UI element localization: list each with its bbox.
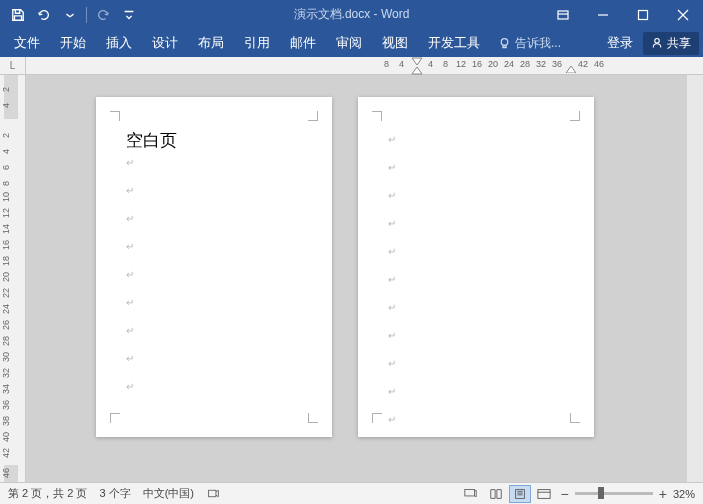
print-layout-button[interactable]	[509, 485, 531, 503]
paragraph-mark: ↵	[388, 129, 564, 157]
page-indicator[interactable]: 第 2 页，共 2 页	[8, 486, 87, 501]
paragraph-mark: ↵	[126, 292, 302, 320]
crop-mark	[308, 111, 318, 121]
crop-mark	[570, 111, 580, 121]
svg-rect-7	[537, 489, 549, 498]
save-button[interactable]	[6, 3, 30, 27]
ribbon-tabs: 文件 开始 插入 设计 布局 引用 邮件 审阅 视图 开发工具 告诉我... 登…	[0, 29, 703, 57]
main-area: 2 4 2 4 6 8 10 12 14 16 18 20 22 24 26 2…	[0, 75, 703, 482]
paragraph-mark: ↵	[388, 157, 564, 185]
right-indent-marker[interactable]	[566, 65, 576, 73]
display-settings-icon[interactable]	[463, 486, 479, 502]
tab-file[interactable]: 文件	[4, 29, 50, 57]
tab-references[interactable]: 引用	[234, 29, 280, 57]
crop-mark	[372, 413, 382, 423]
tab-home[interactable]: 开始	[50, 29, 96, 57]
paragraph-mark: ↵	[388, 269, 564, 297]
zoom-thumb[interactable]	[598, 487, 604, 499]
status-right: − + 32%	[463, 485, 695, 503]
page-content[interactable]: ↵↵↵↵↵↵↵↵↵↵↵	[388, 129, 564, 437]
ruler-ticks: 8 4 4 8 12 16 20 24 28 32 36 42 46	[26, 57, 703, 74]
svg-rect-5	[465, 489, 475, 496]
window-controls	[543, 0, 703, 29]
paragraph-mark: ↵	[126, 152, 302, 180]
share-button[interactable]: 共享	[643, 32, 699, 55]
zoom-level[interactable]: 32%	[673, 488, 695, 500]
paragraph-mark: ↵	[126, 208, 302, 236]
undo-button[interactable]	[32, 3, 56, 27]
svg-rect-4	[209, 490, 216, 497]
page-content[interactable]: 空白页 ↵↵↵↵↵↵↵↵↵	[126, 129, 302, 404]
paragraph-mark: ↵	[126, 180, 302, 208]
share-label: 共享	[667, 35, 691, 52]
maximize-button[interactable]	[623, 0, 663, 29]
qat-customize-button[interactable]	[117, 3, 141, 27]
tab-review[interactable]: 审阅	[326, 29, 372, 57]
paragraph-mark: ↵	[388, 353, 564, 381]
undo-menu-button[interactable]	[58, 3, 82, 27]
ruler-margin-top	[4, 75, 18, 119]
quick-access-toolbar	[0, 3, 141, 27]
paragraph-mark: ↵	[126, 348, 302, 376]
svg-rect-0	[558, 11, 568, 19]
zoom-slider: − +	[561, 486, 667, 502]
qat-separator	[86, 7, 87, 23]
svg-point-2	[501, 38, 508, 45]
redo-button[interactable]	[91, 3, 115, 27]
paragraph-mark: ↵	[126, 320, 302, 348]
language-indicator[interactable]: 中文(中国)	[143, 486, 194, 501]
first-line-indent-marker[interactable]	[411, 57, 423, 75]
crop-mark	[308, 413, 318, 423]
zoom-track[interactable]	[575, 492, 653, 495]
paragraph-mark: ↵	[126, 236, 302, 264]
vertical-ruler[interactable]: 2 4 2 4 6 8 10 12 14 16 18 20 22 24 26 2…	[0, 75, 26, 482]
scrollbar-thumb[interactable]	[689, 89, 701, 309]
crop-mark	[110, 413, 120, 423]
macro-recording-icon[interactable]	[206, 486, 222, 502]
zoom-out-button[interactable]: −	[561, 486, 569, 502]
word-count[interactable]: 3 个字	[99, 486, 130, 501]
close-button[interactable]	[663, 0, 703, 29]
lightbulb-icon	[498, 37, 511, 50]
title-bar: 演示文档.docx - Word	[0, 0, 703, 29]
crop-mark	[372, 111, 382, 121]
view-buttons	[485, 485, 555, 503]
paragraph-mark: ↵	[388, 241, 564, 269]
document-canvas[interactable]: 空白页 ↵↵↵↵↵↵↵↵↵ ↵↵↵↵↵↵↵↵↵↵↵	[26, 75, 703, 482]
tell-me-label: 告诉我...	[515, 35, 561, 52]
tab-design[interactable]: 设计	[142, 29, 188, 57]
crop-mark	[110, 111, 120, 121]
svg-rect-1	[639, 10, 648, 19]
tab-insert[interactable]: 插入	[96, 29, 142, 57]
svg-point-3	[655, 39, 660, 44]
read-mode-button[interactable]	[485, 485, 507, 503]
page-1[interactable]: 空白页 ↵↵↵↵↵↵↵↵↵	[96, 97, 332, 437]
paragraph-mark: ↵	[388, 185, 564, 213]
page-text: 空白页	[126, 129, 302, 152]
tell-me-search[interactable]: 告诉我...	[490, 35, 569, 52]
tab-view[interactable]: 视图	[372, 29, 418, 57]
paragraph-mark: ↵	[388, 297, 564, 325]
signin-button[interactable]: 登录	[597, 29, 643, 57]
paragraph-mark: ↵	[388, 325, 564, 353]
tab-selector[interactable]: L	[0, 57, 26, 74]
paragraph-mark: ↵	[126, 264, 302, 292]
paragraph-mark: ↵	[388, 409, 564, 437]
tab-layout[interactable]: 布局	[188, 29, 234, 57]
tab-mailings[interactable]: 邮件	[280, 29, 326, 57]
paragraph-mark: ↵	[388, 213, 564, 241]
minimize-button[interactable]	[583, 0, 623, 29]
horizontal-ruler[interactable]: L 8 4 4 8 12 16 20 24 28 32 36 42 46	[0, 57, 703, 75]
tab-developer[interactable]: 开发工具	[418, 29, 490, 57]
ribbon-display-button[interactable]	[543, 0, 583, 29]
person-icon	[651, 37, 663, 49]
web-layout-button[interactable]	[533, 485, 555, 503]
crop-mark	[570, 413, 580, 423]
vertical-scrollbar[interactable]	[687, 75, 703, 482]
paragraph-mark: ↵	[388, 381, 564, 409]
zoom-in-button[interactable]: +	[659, 486, 667, 502]
page-2[interactable]: ↵↵↵↵↵↵↵↵↵↵↵	[358, 97, 594, 437]
status-bar: 第 2 页，共 2 页 3 个字 中文(中国) − + 32%	[0, 482, 703, 504]
paragraph-mark: ↵	[126, 376, 302, 404]
